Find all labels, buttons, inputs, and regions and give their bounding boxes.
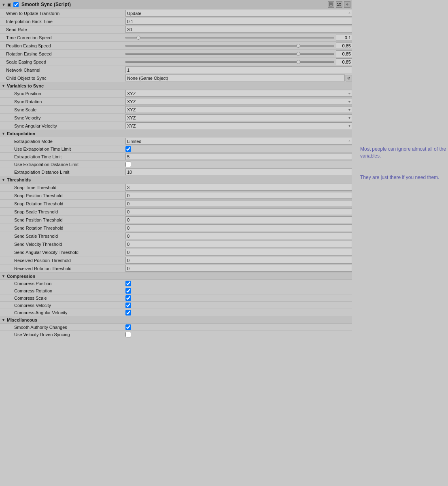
time-correction-speed-value[interactable] bbox=[125, 34, 352, 41]
send-rotation-threshold-input[interactable] bbox=[125, 224, 352, 231]
miscellaneous-section-header[interactable]: ▼ Miscellaneous bbox=[0, 316, 352, 324]
send-rotation-threshold-row: Send Rotation Threshold bbox=[0, 224, 352, 232]
rotation-easing-slider-thumb[interactable] bbox=[296, 52, 300, 56]
position-easing-slider-track[interactable] bbox=[125, 45, 334, 47]
send-position-threshold-value[interactable] bbox=[125, 216, 352, 223]
scale-easing-speed-value[interactable] bbox=[125, 58, 352, 65]
gear-icon[interactable] bbox=[344, 1, 350, 8]
time-correction-speed-input[interactable] bbox=[336, 34, 352, 41]
use-velocity-driven-syncing-checkbox[interactable] bbox=[125, 332, 131, 337]
rotation-easing-speed-value[interactable] bbox=[125, 50, 352, 57]
extrapolation-distance-limit-value[interactable] bbox=[125, 168, 352, 175]
received-rotation-threshold-value[interactable] bbox=[125, 265, 352, 272]
compress-velocity-checkbox[interactable] bbox=[125, 303, 131, 308]
sync-velocity-value[interactable]: XYZXYXZYZXYZNone ÷ bbox=[125, 114, 352, 121]
snap-scale-threshold-value[interactable] bbox=[125, 208, 352, 215]
send-velocity-threshold-input[interactable] bbox=[125, 241, 352, 247]
send-velocity-threshold-value[interactable] bbox=[125, 241, 352, 247]
send-scale-threshold-value[interactable] bbox=[125, 232, 352, 239]
extrapolation-mode-value[interactable]: LimitedUnlimitedNone ÷ bbox=[125, 138, 352, 145]
send-scale-threshold-input[interactable] bbox=[125, 232, 352, 239]
doc-icon[interactable] bbox=[328, 1, 334, 8]
compress-velocity-value[interactable] bbox=[125, 303, 352, 308]
child-object-picker-button[interactable]: ⊙ bbox=[346, 75, 352, 81]
time-correction-slider-thumb[interactable] bbox=[136, 36, 140, 40]
extrapolation-time-limit-label: Extrapolation Time Limit bbox=[0, 154, 125, 159]
use-velocity-driven-syncing-value[interactable] bbox=[125, 332, 352, 337]
compress-angular-velocity-checkbox[interactable] bbox=[125, 310, 131, 315]
compression-section-header[interactable]: ▼ Compression bbox=[0, 273, 352, 280]
extrapolation-time-limit-input[interactable] bbox=[125, 153, 352, 160]
scale-easing-speed-input[interactable] bbox=[336, 58, 352, 65]
extrapolation-distance-limit-input[interactable] bbox=[125, 168, 352, 175]
sync-scale-value[interactable]: XYZXYXZYZXYZNone ÷ bbox=[125, 106, 352, 113]
interpolation-back-time-input[interactable] bbox=[125, 18, 352, 25]
collapse-arrow[interactable]: ▼ bbox=[2, 2, 6, 7]
position-easing-speed-input[interactable] bbox=[336, 42, 352, 49]
send-velocity-threshold-label: Send Velocity Threshold bbox=[0, 242, 125, 247]
variables-section-header[interactable]: ▼ Variables to Sync bbox=[0, 82, 352, 90]
send-position-threshold-input[interactable] bbox=[125, 216, 352, 223]
position-easing-slider-thumb[interactable] bbox=[296, 44, 300, 48]
sync-scale-row: Sync Scale XYZXYXZYZXYZNone ÷ bbox=[0, 106, 352, 114]
use-extrapolation-distance-limit-value[interactable] bbox=[125, 162, 352, 167]
send-angular-velocity-threshold-value[interactable] bbox=[125, 249, 352, 256]
network-channel-value[interactable] bbox=[125, 66, 352, 73]
snap-position-threshold-input[interactable] bbox=[125, 192, 352, 199]
snap-time-threshold-input[interactable] bbox=[125, 184, 352, 191]
child-object-value[interactable]: ⊙ bbox=[125, 75, 352, 81]
send-rate-value[interactable] bbox=[125, 26, 352, 33]
network-channel-input[interactable] bbox=[125, 66, 352, 73]
extrapolation-section-header[interactable]: ▼ Extrapolation bbox=[0, 130, 352, 137]
rotation-easing-slider-track[interactable] bbox=[125, 53, 334, 55]
compress-rotation-checkbox[interactable] bbox=[125, 288, 131, 294]
smooth-authority-changes-checkbox[interactable] bbox=[125, 324, 131, 330]
when-to-update-select[interactable]: Update FixedUpdate LateUpdate bbox=[125, 10, 352, 17]
rotation-easing-speed-input[interactable] bbox=[336, 50, 352, 57]
compress-velocity-label: Compress Velocity bbox=[0, 303, 125, 308]
use-extrapolation-time-limit-checkbox[interactable] bbox=[125, 146, 131, 152]
smooth-authority-changes-value[interactable] bbox=[125, 324, 352, 330]
send-rotation-threshold-value[interactable] bbox=[125, 224, 352, 231]
sync-angular-velocity-select[interactable]: XYZXYXZYZXYZNone bbox=[125, 122, 352, 129]
compress-scale-checkbox[interactable] bbox=[125, 295, 131, 301]
snap-time-threshold-value[interactable] bbox=[125, 184, 352, 191]
compress-position-checkbox[interactable] bbox=[125, 281, 131, 286]
received-rotation-threshold-input[interactable] bbox=[125, 265, 352, 272]
use-extrapolation-distance-limit-checkbox[interactable] bbox=[125, 162, 131, 167]
sync-rotation-value[interactable]: XYZXYXZYZXYZNone ÷ bbox=[125, 98, 352, 105]
thresholds-section-header[interactable]: ▼ Thresholds bbox=[0, 176, 352, 183]
compress-scale-value[interactable] bbox=[125, 295, 352, 301]
scale-easing-slider-thumb[interactable] bbox=[296, 60, 300, 64]
snap-position-threshold-value[interactable] bbox=[125, 192, 352, 199]
sync-rotation-select[interactable]: XYZXYXZYZXYZNone bbox=[125, 98, 352, 105]
time-correction-slider-track[interactable] bbox=[125, 37, 334, 38]
send-angular-velocity-threshold-input[interactable] bbox=[125, 249, 352, 256]
child-object-input[interactable] bbox=[125, 75, 345, 81]
sync-position-value[interactable]: XYZXYXZYZXYZNone ÷ bbox=[125, 90, 352, 97]
received-position-threshold-input[interactable] bbox=[125, 257, 352, 264]
compress-rotation-value[interactable] bbox=[125, 288, 352, 294]
when-to-update-value[interactable]: Update FixedUpdate LateUpdate ÷ bbox=[125, 10, 352, 17]
compress-position-value[interactable] bbox=[125, 281, 352, 286]
send-rate-input[interactable] bbox=[125, 26, 352, 33]
sync-position-select[interactable]: XYZXYXZYZXYZNone bbox=[125, 90, 352, 97]
sync-scale-select[interactable]: XYZXYXZYZXYZNone bbox=[125, 106, 352, 113]
extrapolation-mode-select[interactable]: LimitedUnlimitedNone bbox=[125, 138, 352, 145]
use-extrapolation-time-limit-value[interactable] bbox=[125, 146, 352, 152]
interpolation-back-time-value[interactable] bbox=[125, 18, 352, 25]
component-enabled-checkbox[interactable] bbox=[13, 2, 19, 7]
position-easing-speed-value[interactable] bbox=[125, 42, 352, 49]
compress-angular-velocity-value[interactable] bbox=[125, 310, 352, 315]
snap-rotation-threshold-value[interactable] bbox=[125, 200, 352, 207]
received-position-threshold-value[interactable] bbox=[125, 257, 352, 264]
snap-position-threshold-row: Snap Position Threshold bbox=[0, 192, 352, 200]
settings-icon[interactable] bbox=[336, 1, 342, 8]
snap-scale-threshold-input[interactable] bbox=[125, 208, 352, 215]
sync-velocity-select[interactable]: XYZXYXZYZXYZNone bbox=[125, 114, 352, 121]
sync-angular-velocity-value[interactable]: XYZXYXZYZXYZNone ÷ bbox=[125, 122, 352, 129]
scale-easing-slider-track[interactable] bbox=[125, 61, 334, 63]
compress-position-row: Compress Position bbox=[0, 280, 352, 287]
extrapolation-time-limit-value[interactable] bbox=[125, 153, 352, 160]
snap-rotation-threshold-input[interactable] bbox=[125, 200, 352, 207]
